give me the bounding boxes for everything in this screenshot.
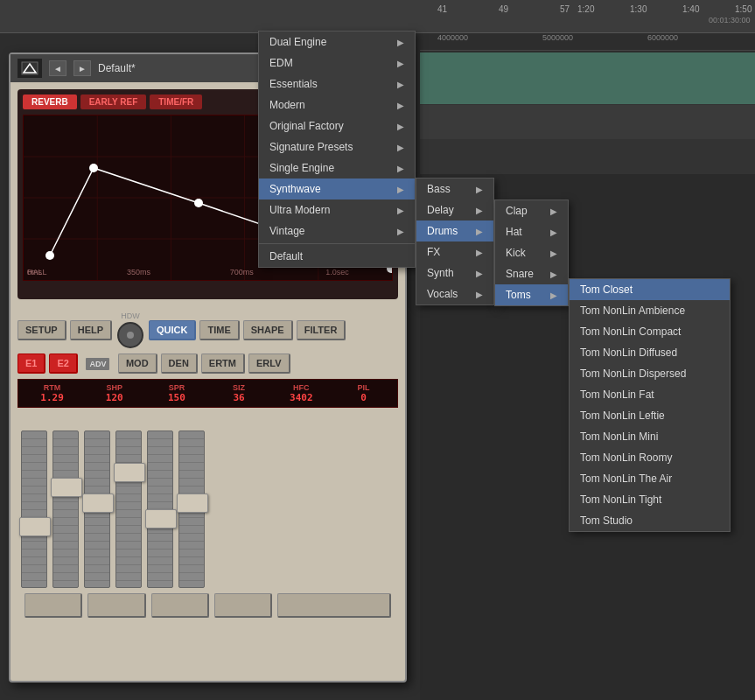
menu-item-delay[interactable]: Delay ▶ <box>416 200 493 220</box>
arrow-original-factory: ▶ <box>397 122 404 131</box>
help-button[interactable]: HELP <box>70 320 112 340</box>
menu-item-tom-nonlin-roomy[interactable]: Tom NonLin Roomy <box>570 447 730 468</box>
menu-item-snare[interactable]: Snare ▶ <box>495 263 568 284</box>
menu-item-dual-engine[interactable]: Dual Engine ▶ <box>259 32 415 52</box>
menu-item-essentials[interactable]: Essentials ▶ <box>259 74 415 94</box>
menu-item-vocals[interactable]: Vocals ▶ <box>416 284 493 304</box>
arrow-snare: ▶ <box>550 270 557 279</box>
arrow-synth: ▶ <box>476 269 483 278</box>
arrow-dual-engine: ▶ <box>397 38 404 47</box>
bottom-btn-3[interactable] <box>151 593 209 618</box>
menu-item-vintage[interactable]: Vintage ▶ <box>259 220 415 242</box>
axis-label-350ms: 350ms <box>127 268 150 276</box>
arrow-fx: ▶ <box>476 248 483 257</box>
tab-reverb[interactable]: REVERB <box>23 94 77 109</box>
axis-label-hall: HALL <box>27 268 47 276</box>
led-rtm: RTM 1.29 <box>22 383 82 403</box>
menu-item-edm[interactable]: EDM ▶ <box>259 52 415 74</box>
beat-4000000: 4000000 <box>437 33 468 42</box>
menu-item-tom-closet[interactable]: Tom Closet <box>570 279 730 300</box>
menu-item-original-factory[interactable]: Original Factory ▶ <box>259 116 415 136</box>
time-button[interactable]: TIME <box>199 320 239 340</box>
slider-3[interactable] <box>84 430 110 588</box>
bottom-btn-5[interactable] <box>277 593 391 618</box>
tab-time-fr[interactable]: TIME/FR <box>150 94 202 109</box>
led-siz: SIZ 36 <box>209 383 269 403</box>
menu-container: Dual Engine ▶ EDM ▶ Essentials ▶ Modern … <box>258 31 416 268</box>
beat-5000000: 5000000 <box>542 33 573 42</box>
track-2 <box>420 105 755 140</box>
menu-item-clap[interactable]: Clap ▶ <box>495 200 568 221</box>
arrow-single-engine: ▶ <box>397 164 404 173</box>
arrow-ultra-modern: ▶ <box>397 206 404 215</box>
menu-item-tom-nonlin-ambience[interactable]: Tom NonLin Ambience <box>570 300 730 321</box>
menu-item-default[interactable]: Default <box>259 246 415 267</box>
menu-item-tom-nonlin-fat[interactable]: Tom NonLin Fat <box>570 384 730 405</box>
marker-57: 57 <box>560 4 570 14</box>
menu-level2-synthwave: Bass ▶ Delay ▶ Drums ▶ FX ▶ Synth ▶ Voca… <box>416 178 494 305</box>
e1-button[interactable]: E1 <box>17 354 45 374</box>
menu-item-bass[interactable]: Bass ▶ <box>416 178 493 200</box>
menu-item-ultra-modern[interactable]: Ultra Modern ▶ <box>259 200 415 220</box>
menu-item-synth[interactable]: Synth ▶ <box>416 262 493 284</box>
menu-divider-1 <box>259 243 415 244</box>
menu-item-tom-nonlin-tight[interactable]: Tom NonLin Tight <box>570 489 730 510</box>
button-row-2: E1 E2 ADV MOD DEN ERTM ERLV <box>17 354 398 374</box>
arrow-delay: ▶ <box>476 206 483 215</box>
menu-item-tom-nonlin-diffused[interactable]: Tom NonLin Diffused <box>570 342 730 363</box>
beat-markers-row: 4000000 5000000 6000000 <box>420 33 755 51</box>
nav-next-button[interactable]: ► <box>73 60 91 76</box>
quick-button[interactable]: QUICK <box>149 320 196 340</box>
menu-item-tom-nonlin-dispersed[interactable]: Tom NonLin Dispersed <box>570 363 730 384</box>
arrow-kick: ▶ <box>550 248 557 258</box>
menu-item-tom-nonlin-compact[interactable]: Tom NonLin Compact <box>570 321 730 342</box>
bottom-buttons-row <box>17 588 398 623</box>
filter-button[interactable]: FILTER <box>297 320 346 340</box>
svg-point-10 <box>89 164 98 172</box>
menu-level1: Dual Engine ▶ EDM ▶ Essentials ▶ Modern … <box>258 31 416 268</box>
svg-point-11 <box>194 199 203 207</box>
menu-item-signature-presets[interactable]: Signature Presets ▶ <box>259 136 415 158</box>
menu-item-tom-nonlin-mini[interactable]: Tom NonLin Mini <box>570 426 730 447</box>
arrow-synthwave: ▶ <box>397 185 404 194</box>
axis-label-700ms: 700ms <box>230 268 254 276</box>
shape-button[interactable]: SHAPE <box>243 320 293 340</box>
menu-item-tom-nonlin-the-air[interactable]: Tom NonLin The Air <box>570 468 730 489</box>
setup-button[interactable]: SETUP <box>17 320 66 340</box>
arrow-clap: ▶ <box>550 206 557 216</box>
menu-item-modern[interactable]: Modern ▶ <box>259 94 415 116</box>
bottom-btn-1[interactable] <box>24 593 82 618</box>
slider-5[interactable] <box>147 430 173 588</box>
menu-item-kick[interactable]: Kick ▶ <box>495 242 568 263</box>
nav-prev-button[interactable]: ◄ <box>49 60 66 76</box>
slider-2[interactable] <box>52 430 79 588</box>
led-shp: SHP 120 <box>84 383 144 403</box>
marker-130: 1:30 <box>630 4 647 14</box>
adv-badge: ADV <box>86 358 109 370</box>
slider-1[interactable] <box>21 430 47 588</box>
menu-item-tom-studio[interactable]: Tom Studio <box>570 510 730 531</box>
menu-item-single-engine[interactable]: Single Engine ▶ <box>259 158 415 178</box>
plugin-logo <box>17 59 42 78</box>
menu-item-fx[interactable]: FX ▶ <box>416 242 493 262</box>
erlv-button[interactable]: ERLV <box>248 354 290 374</box>
hdw-knob[interactable] <box>117 322 143 348</box>
menu-item-toms[interactable]: Toms ▶ <box>495 284 568 305</box>
slider-6[interactable] <box>178 430 205 588</box>
arrow-toms: ▶ <box>550 290 557 300</box>
mod-button[interactable]: MOD <box>118 354 157 374</box>
den-button[interactable]: DEN <box>161 354 198 374</box>
ertm-button[interactable]: ERTM <box>201 354 245 374</box>
menu-level3-drums: Clap ▶ Hat ▶ Kick ▶ Snare ▶ Toms ▶ <box>494 200 569 306</box>
arrow-edm: ▶ <box>397 59 404 68</box>
menu-item-hat[interactable]: Hat ▶ <box>495 221 568 242</box>
e2-button[interactable]: E2 <box>49 354 77 374</box>
bottom-btn-2[interactable] <box>87 593 145 618</box>
menu-item-synthwave[interactable]: Synthwave ▶ <box>259 178 415 200</box>
slider-4[interactable] <box>115 430 142 588</box>
menu-item-drums[interactable]: Drums ▶ <box>416 220 493 242</box>
track-area <box>420 52 755 105</box>
bottom-btn-4[interactable] <box>214 593 272 618</box>
tab-early-ref[interactable]: EARLY REF <box>80 94 147 109</box>
menu-item-tom-nonlin-leftie[interactable]: Tom NonLin Leftie <box>570 405 730 426</box>
